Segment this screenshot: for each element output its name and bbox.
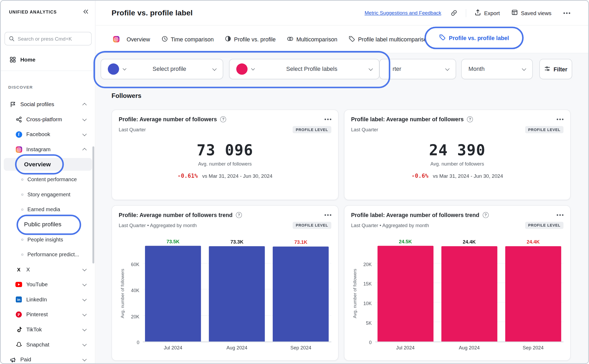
sidebar-item-tiktok[interactable]: TikTok [1,322,95,337]
search-input[interactable] [5,32,92,45]
profile-labels-select[interactable]: Select Profile labels [229,59,379,79]
y-tick-label: 5K [366,320,372,326]
tab-profile-vs-profile-label[interactable]: Profile vs. profile label [424,27,523,49]
tag-icon [349,36,355,43]
bar-jul-2024[interactable]: 73.5K [145,239,201,341]
tiktok-icon [15,327,23,333]
x-axis: Jul 2024Aug 2024Sep 2024 [143,345,331,350]
tab-time-comparison[interactable]: Time comparison [161,36,214,43]
card-title: Profile label: Average number of followe… [351,212,479,218]
more-icon [557,118,558,120]
sidebar-search [5,32,92,45]
card-more-button[interactable] [557,213,563,217]
sidebar-scrollbar[interactable] [92,146,94,263]
page-header: Profile vs. profile label Metric Suggest… [96,1,588,25]
card-more-button[interactable] [324,213,331,217]
flag-icon [9,101,16,107]
date-range-visible-text: rter [392,66,446,72]
chevron-down-icon [82,267,87,271]
chart-card-profile-followers-trend: Profile: Average number of followers tre… [112,205,338,361]
card-more-button[interactable] [324,117,331,121]
y-axis-title: Avg. number of followers [119,245,126,342]
kpi-caption: Avg. number of followers [351,161,564,167]
sidebar-item-performance-prediction[interactable]: Performance predict... [1,247,95,262]
chevron-up-icon [82,103,87,107]
profile-level-badge: PROFILE LEVEL [525,126,563,133]
sidebar-item-linkedin[interactable]: LinkedIn [1,292,95,307]
tab-profile-label-multicomparison[interactable]: Profile label multicomparison [349,36,430,43]
y-tick-label: 15K [363,281,372,287]
saved-views-button[interactable]: Saved views [511,9,552,17]
card-more-button[interactable] [557,117,563,121]
bar-aug-2024[interactable]: 73.3K [209,239,265,341]
bar-value-label: 24.4K [463,239,476,245]
bar-chart-profile-label-followers-trend: Avg. number of followers 05K10K15K20K 24… [351,245,564,350]
more-icon [324,214,326,216]
saved-views-icon [511,9,518,17]
profile-select[interactable]: Select profile [101,59,223,79]
sidebar-item-home[interactable]: Home [1,54,95,66]
sidebar-item-people-insights[interactable]: People insights [1,232,95,247]
sidebar-item-social-profiles[interactable]: Social profiles [1,97,95,112]
chevron-down-icon [522,66,526,71]
export-button[interactable]: Export [474,9,500,17]
chart-plot: 24.5K24.4K24.4K [375,245,563,342]
tab-multicomparison[interactable]: Multicomparison [287,36,338,43]
chevron-down-icon [82,312,87,316]
chevron-down-icon [82,282,87,286]
profile-level-badge: PROFILE LEVEL [293,222,331,229]
discover-section-label: DISCOVER [8,85,33,89]
tab-profile-vs-profile[interactable]: Profile vs. profile [225,36,276,43]
sidebar-item-pinterest[interactable]: Pinterest [1,307,95,322]
x-axis-label: Jul 2024 [377,345,433,350]
help-icon[interactable]: ? [236,212,242,218]
sidebar-item-snapchat[interactable]: Snapchat [1,337,95,352]
half-circle-icon [225,36,231,43]
date-range-select[interactable]: rter [379,59,456,79]
sidebar-item-content-performance[interactable]: Content performance [1,172,95,187]
help-icon[interactable]: ? [467,116,473,122]
filter-button[interactable]: Filter [539,59,572,79]
metric-suggestions-link[interactable]: Metric Suggestions and Feedback [365,10,441,16]
x-icon [15,266,23,272]
aggregation-select[interactable]: Month [461,59,533,79]
sidebar-item-story-engagement[interactable]: Story engagement [1,187,95,202]
bar-value-label: 73.5K [167,239,180,244]
kpi-caption: Avg. number of followers [119,161,331,167]
megaphone-icon [9,356,16,363]
collapse-sidebar-icon [82,8,89,16]
sidebar-item-public-profiles[interactable]: Public profiles [1,217,95,232]
sidebar-item-instagram[interactable]: Instagram [1,142,95,157]
bar-value-label: 73.1K [294,239,307,245]
help-icon[interactable]: ? [483,212,489,218]
link-icon[interactable] [450,9,458,16]
help-icon[interactable]: ? [220,116,227,122]
bar-jul-2024[interactable]: 24.5K [377,239,433,341]
kpi-delta-row: -0.61% vs Mar 31, 2024 - Jun 30, 2024 [119,173,331,179]
card-period: Last Quarter • Aggregated by month [351,223,429,228]
x-axis-label: Sep 2024 [273,345,329,350]
sidebar-item-facebook[interactable]: Facebook [1,127,95,142]
section-title-followers: Followers [112,92,141,100]
collapse-sidebar-button[interactable] [81,7,91,18]
sidebar-item-cross-platform[interactable]: Cross-platform [1,112,95,127]
pinterest-icon [15,311,23,318]
sidebar-item-youtube[interactable]: YouTube [1,277,95,292]
bar [209,246,265,341]
bullet-icon [22,193,23,195]
sidebar-item-paid[interactable]: Paid [1,352,95,363]
chevron-down-icon [369,66,373,71]
bar-sep-2024[interactable]: 24.4K [505,239,561,341]
tab-overview[interactable]: Overview [112,36,150,42]
sidebar-item-earned-media[interactable]: Earned media [1,202,95,217]
bar-sep-2024[interactable]: 73.1K [273,239,329,341]
sidebar-item-x[interactable]: X [1,262,95,277]
chevron-down-icon [82,117,87,121]
card-period: Last Quarter • Aggregated by month [119,223,197,228]
profile-color-swatch [108,63,119,75]
chart-plot: 73.5K73.3K73.1K [143,245,331,342]
sidebar-item-overview[interactable]: Overview [1,157,95,172]
more-options-button[interactable] [563,11,571,15]
x-axis: Jul 2024Aug 2024Sep 2024 [375,345,563,350]
bar-aug-2024[interactable]: 24.4K [441,239,497,341]
